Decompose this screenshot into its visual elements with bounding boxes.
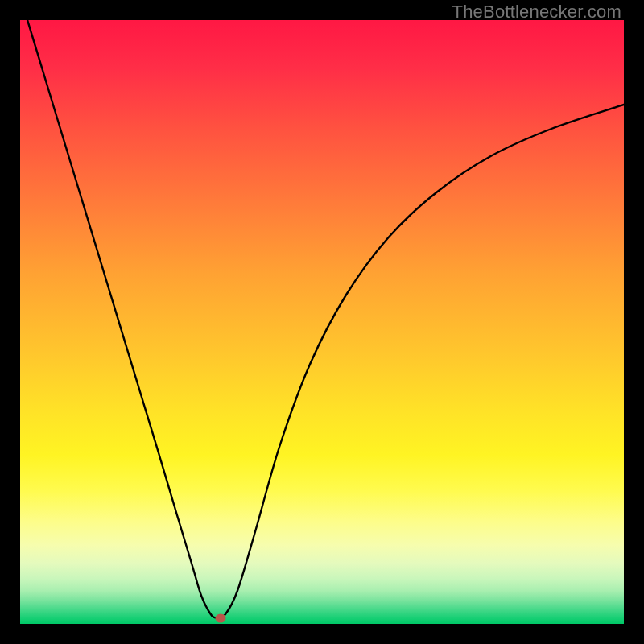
minimum-marker <box>216 613 226 622</box>
bottleneck-curve <box>20 20 624 618</box>
watermark-text: TheBottlenecker.com <box>452 2 621 23</box>
curve-svg <box>20 20 624 624</box>
chart-frame: TheBottlenecker.com <box>0 0 644 644</box>
plot-area <box>20 20 624 624</box>
